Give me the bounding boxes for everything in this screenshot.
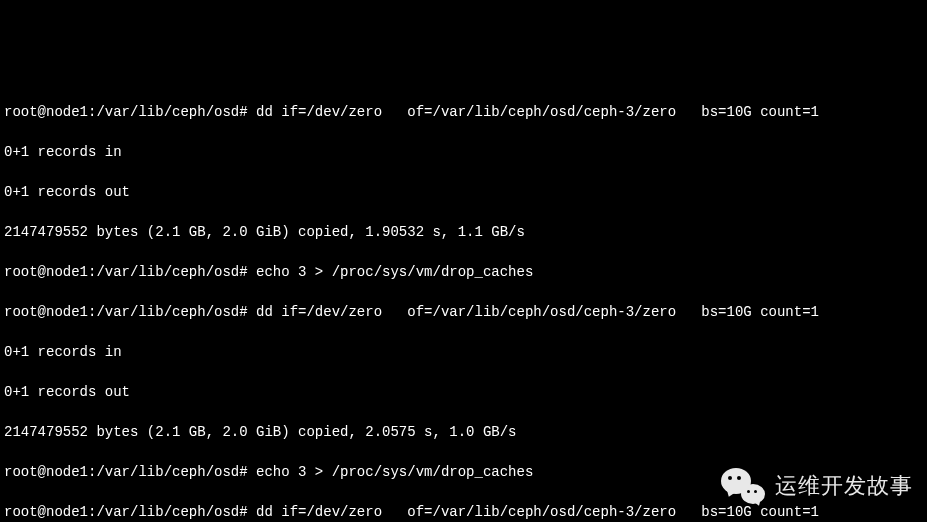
output-line: 0+1 records out (4, 382, 923, 402)
output-line: 0+1 records in (4, 342, 923, 362)
output-line: 0+1 records out (4, 182, 923, 202)
terminal-output[interactable]: root@node1:/var/lib/ceph/osd# dd if=/dev… (0, 80, 927, 522)
cmd-line: root@node1:/var/lib/ceph/osd# echo 3 > /… (4, 462, 923, 482)
cmd-line: root@node1:/var/lib/ceph/osd# dd if=/dev… (4, 102, 923, 122)
output-line: 0+1 records in (4, 142, 923, 162)
cmd-line: root@node1:/var/lib/ceph/osd# echo 3 > /… (4, 262, 923, 282)
cmd-line: root@node1:/var/lib/ceph/osd# dd if=/dev… (4, 502, 923, 522)
output-line: 2147479552 bytes (2.1 GB, 2.0 GiB) copie… (4, 222, 923, 242)
output-line: 2147479552 bytes (2.1 GB, 2.0 GiB) copie… (4, 422, 923, 442)
cmd-line: root@node1:/var/lib/ceph/osd# dd if=/dev… (4, 302, 923, 322)
